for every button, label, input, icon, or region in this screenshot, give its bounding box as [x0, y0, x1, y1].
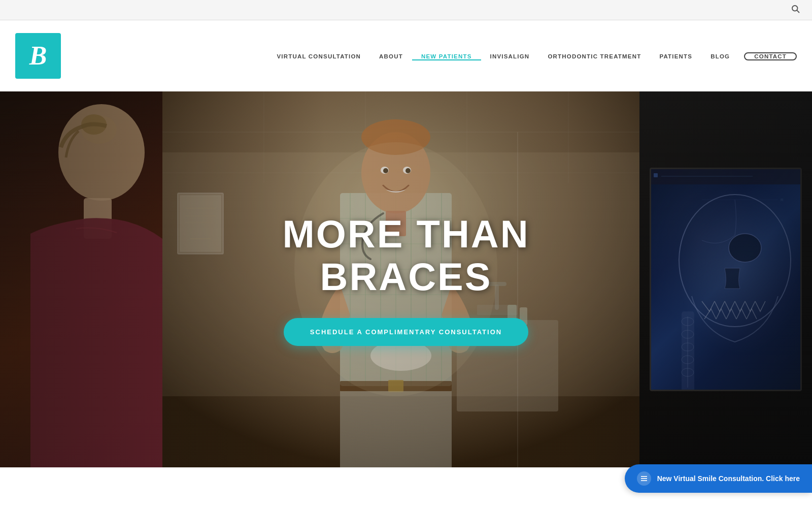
- sidebar-item-new-patients[interactable]: NEW PATIENTS: [412, 51, 481, 60]
- nav-link-virtual-consultation[interactable]: VIRTUAL CONSULTATION: [267, 53, 370, 59]
- nav-link-about[interactable]: ABOUT: [370, 53, 412, 59]
- nav-link-invisalign[interactable]: INVISALIGN: [481, 53, 539, 59]
- sidebar-item-invisalign[interactable]: INVISALIGN: [481, 51, 539, 60]
- floating-cta-label: New Virtual Smile Consultation. Click he…: [657, 474, 800, 483]
- logo-letter: B: [29, 43, 47, 69]
- nav-link-orthodontic-treatment[interactable]: ORTHODONTIC TREATMENT: [538, 53, 650, 59]
- top-bar: [0, 0, 812, 20]
- nav-link-new-patients[interactable]: NEW PATIENTS: [412, 53, 481, 60]
- sidebar-item-blog[interactable]: BLOG: [701, 51, 739, 60]
- hero-section: R MORE THAN BRACES SCHEDULE A COMPLIMEN: [0, 91, 812, 467]
- nav-links: VIRTUAL CONSULTATION ABOUT NEW PATIENTS …: [267, 51, 797, 60]
- floating-cta-icon: [637, 471, 651, 486]
- floating-virtual-consultation-button[interactable]: New Virtual Smile Consultation. Click he…: [625, 464, 812, 493]
- sidebar-item-patients[interactable]: PATIENTS: [650, 51, 701, 60]
- sidebar-item-virtual-consultation[interactable]: VIRTUAL CONSULTATION: [267, 51, 370, 60]
- nav-link-patients[interactable]: PATIENTS: [650, 53, 701, 59]
- logo[interactable]: B: [15, 33, 61, 79]
- nav-contact-item[interactable]: CONTACT: [739, 51, 797, 60]
- sidebar-item-about[interactable]: ABOUT: [370, 51, 412, 60]
- nav-link-blog[interactable]: BLOG: [701, 53, 739, 59]
- search-icon[interactable]: [791, 4, 800, 16]
- schedule-consultation-button[interactable]: SCHEDULE A COMPLIMENTARY CONSULTATION: [284, 318, 528, 346]
- navbar: B VIRTUAL CONSULTATION ABOUT NEW PATIENT…: [0, 20, 812, 91]
- contact-button[interactable]: CONTACT: [744, 52, 797, 60]
- hero-content: MORE THAN BRACES SCHEDULE A COMPLIMENTAR…: [228, 213, 584, 346]
- sidebar-item-orthodontic-treatment[interactable]: ORTHODONTIC TREATMENT: [538, 51, 650, 60]
- hero-headline: MORE THAN BRACES: [228, 213, 584, 298]
- svg-line-1: [797, 10, 799, 12]
